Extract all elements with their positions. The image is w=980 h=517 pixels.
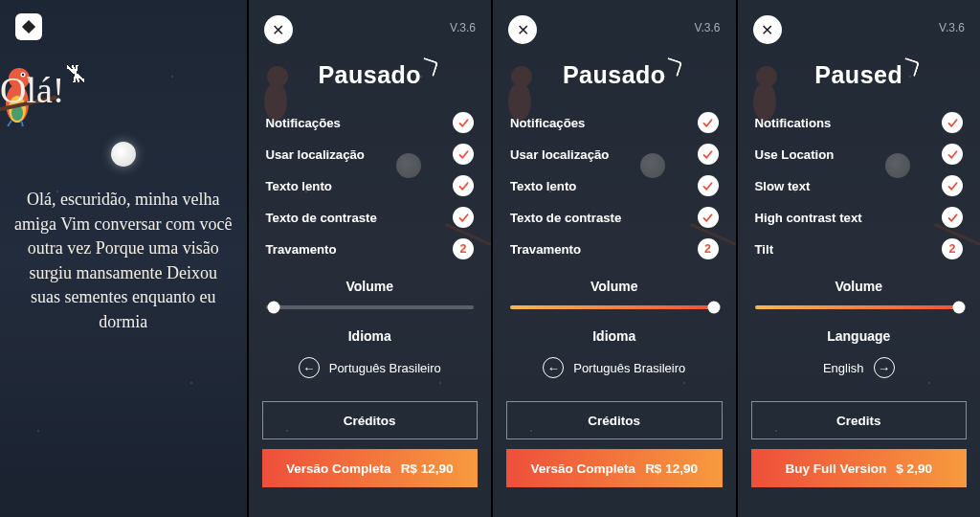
parrot-bg [744, 57, 795, 124]
slider-thumb[interactable] [708, 302, 721, 314]
volume-slider[interactable] [266, 305, 475, 309]
settings-screen: ✕V.3.6PausadoNotificaçõesUsar localizaçã… [493, 0, 736, 517]
moon-bg [885, 153, 910, 178]
svg-point-11 [756, 66, 777, 87]
version-label: V.3.6 [695, 21, 721, 34]
paused-title: Pausado [563, 61, 666, 89]
svg-point-7 [267, 66, 288, 87]
parrot-bg [499, 57, 550, 124]
svg-point-6 [264, 82, 287, 121]
home-button[interactable] [15, 13, 42, 40]
close-button[interactable]: ✕ [753, 15, 782, 44]
close-button[interactable]: ✕ [264, 15, 293, 44]
moon-bg [396, 153, 421, 178]
parrot-bg [255, 57, 306, 124]
svg-point-10 [753, 82, 776, 121]
svg-point-8 [508, 82, 531, 121]
paused-title: Pausado [318, 61, 421, 89]
version-label: V.3.6 [939, 21, 965, 34]
slider-thumb[interactable] [268, 302, 280, 314]
moon-bg [640, 153, 665, 178]
svg-point-9 [511, 66, 532, 87]
settings-screen: ✕V.3.6PausadoNotificaçõesUsar localizaçã… [249, 0, 492, 517]
volume-slider[interactable] [755, 305, 964, 309]
poem-text: Olá, escuridão, minha velha amiga Vim co… [13, 188, 234, 334]
close-button[interactable]: ✕ [508, 15, 537, 44]
version-label: V.3.6 [450, 21, 476, 34]
volume-slider[interactable] [510, 305, 719, 309]
paused-title: Paused [814, 61, 902, 89]
story-screen: Olá! Olá, escuridão, minha velha amiga V… [0, 0, 247, 517]
moon-illustration [111, 142, 136, 167]
slider-thumb[interactable] [952, 302, 965, 314]
greeting-title: Olá! [0, 69, 65, 111]
settings-screen: ✕V.3.6PausedNotificationsUse LocationSlo… [738, 0, 981, 517]
